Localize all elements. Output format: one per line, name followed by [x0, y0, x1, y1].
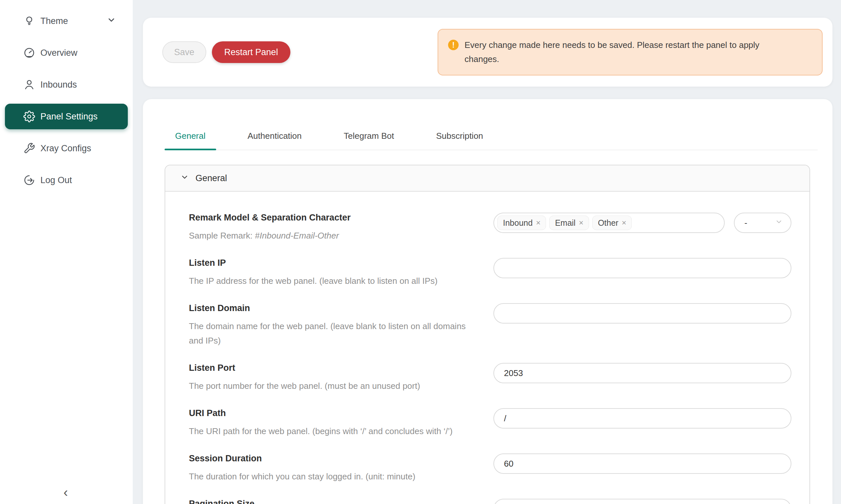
sidebar-item-label: Theme: [40, 16, 68, 26]
uri-path-input[interactable]: [494, 408, 791, 429]
session-duration-input[interactable]: [494, 453, 791, 474]
tag-inbound: Inbound ×: [497, 216, 546, 230]
tag-other: Other ×: [592, 216, 632, 230]
form-row-listen-ip: Listen IP The IP address for the web pan…: [189, 258, 791, 288]
sidebar-item-label: Xray Configs: [40, 143, 91, 154]
field-description: The IP address for the web panel. (leave…: [189, 274, 480, 288]
remove-tag-icon[interactable]: ×: [621, 219, 626, 227]
sidebar-item-overview[interactable]: Overview: [5, 40, 128, 66]
sidebar-item-label: Panel Settings: [40, 111, 98, 122]
form-row-session-duration: Session Duration The duration for which …: [189, 453, 791, 484]
field-description: Sample Remark: #Inbound-Email-Other: [189, 228, 480, 243]
gear-icon: [23, 111, 35, 122]
remove-tag-icon[interactable]: ×: [536, 219, 540, 227]
field-description: The port number for the web panel. (must…: [189, 379, 480, 393]
field-description: The URI path for the web panel. (begins …: [189, 424, 480, 438]
remove-tag-icon[interactable]: ×: [579, 219, 583, 227]
listen-port-input[interactable]: [494, 363, 791, 383]
field-description: The duration for which you can stay logg…: [189, 469, 480, 484]
field-label: URI Path: [189, 408, 480, 418]
separator-select[interactable]: -: [734, 213, 791, 233]
field-label: Listen Domain: [189, 303, 480, 313]
tab-subscription[interactable]: Subscription: [425, 131, 494, 150]
section-title: General: [195, 173, 227, 183]
sidebar-item-log-out[interactable]: Log Out: [5, 167, 128, 193]
bulb-icon: [23, 15, 35, 27]
sidebar-item-theme[interactable]: Theme: [5, 8, 128, 34]
field-description: The domain name for the web panel. (leav…: [189, 319, 480, 348]
chevron-down-icon: [107, 15, 116, 27]
form-row-uri-path: URI Path The URI path for the web panel.…: [189, 408, 791, 438]
tag-email: Email ×: [549, 216, 589, 230]
field-label: Pagination Size: [189, 499, 480, 504]
main-content: Save Restart Panel ! Every change made h…: [133, 0, 841, 504]
pagination-size-input[interactable]: [494, 499, 791, 504]
sidebar-item-label: Overview: [40, 48, 78, 58]
sidebar-item-panel-settings[interactable]: Panel Settings: [5, 104, 128, 129]
user-icon: [23, 79, 35, 91]
general-collapse-header[interactable]: General: [165, 165, 809, 192]
sidebar-collapse-button[interactable]: ‹: [56, 483, 75, 501]
form-row-listen-domain: Listen Domain The domain name for the we…: [189, 303, 791, 348]
form-row-remark-model: Remark Model & Separation Character Samp…: [189, 213, 791, 243]
general-form: Remark Model & Separation Character Samp…: [165, 192, 809, 504]
actions-card: Save Restart Panel ! Every change made h…: [143, 18, 833, 87]
form-row-listen-port: Listen Port The port number for the web …: [189, 363, 791, 393]
listen-ip-input[interactable]: [494, 258, 791, 278]
general-collapse-panel: General Remark Model & Separation Charac…: [165, 165, 810, 504]
sidebar-item-label: Inbounds: [40, 80, 77, 90]
settings-card: General Authentication Telegram Bot Subs…: [143, 99, 833, 504]
settings-tabs: General Authentication Telegram Bot Subs…: [165, 99, 818, 150]
sidebar-item-xray-configs[interactable]: Xray Configs: [5, 136, 128, 161]
warning-icon: !: [448, 40, 459, 50]
tab-authentication[interactable]: Authentication: [237, 131, 312, 150]
remark-model-multiselect[interactable]: Inbound × Email × Other ×: [494, 213, 725, 233]
dashboard-icon: [23, 47, 35, 59]
field-label: Listen Port: [189, 363, 480, 373]
form-row-pagination-size: Pagination Size: [189, 499, 791, 504]
chevron-down-icon: [181, 173, 189, 184]
sidebar-item-label: Log Out: [40, 175, 72, 185]
save-button[interactable]: Save: [162, 41, 206, 63]
restart-panel-button[interactable]: Restart Panel: [212, 41, 291, 63]
restart-warning-alert: ! Every change made here needs to be sav…: [437, 29, 823, 75]
chevron-down-icon: [775, 218, 783, 228]
tab-telegram-bot[interactable]: Telegram Bot: [333, 131, 405, 150]
sidebar-item-inbounds[interactable]: Inbounds: [5, 72, 128, 97]
sample-remark-value: #Inbound-Email-Other: [255, 231, 339, 240]
separator-value: -: [744, 218, 748, 228]
field-label: Remark Model & Separation Character: [189, 213, 480, 223]
field-label: Listen IP: [189, 258, 480, 268]
wrench-icon: [23, 142, 35, 154]
alert-message: Every change made here needs to be saved…: [464, 38, 787, 66]
field-label: Session Duration: [189, 453, 480, 464]
logout-icon: [23, 174, 35, 186]
sidebar: Theme Overview Inbounds Panel Settings X…: [0, 0, 133, 504]
listen-domain-input[interactable]: [494, 303, 791, 324]
tab-general[interactable]: General: [165, 131, 216, 150]
